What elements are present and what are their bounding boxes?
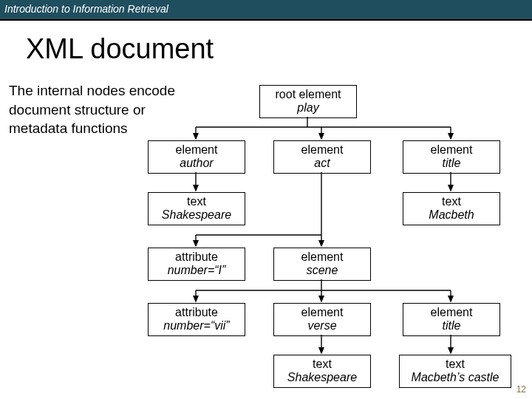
node-macbeth-type: text (403, 195, 499, 208)
node-shake1-type: text (149, 195, 245, 208)
node-attr-vii: attribute number=“vii” (148, 303, 245, 336)
node-title-top: element title (403, 140, 500, 174)
node-act-type: element (274, 143, 370, 157)
slide-title: XML document (26, 33, 214, 65)
node-shakespeare-2: text Shakespeare (273, 355, 371, 388)
node-author-name: author (149, 157, 245, 170)
node-shake1-name: Shakespeare (149, 208, 245, 222)
page-number: 12 (516, 384, 526, 395)
node-castle-type: text (400, 358, 511, 371)
node-title-bot-type: element (403, 306, 499, 319)
node-title-top-type: element (403, 143, 499, 157)
node-author: element author (148, 140, 245, 174)
node-scene-type: element (274, 250, 370, 264)
node-attr-i-type: attribute (149, 250, 245, 264)
node-macbeth-name: Macbeth (403, 208, 499, 222)
node-castle-name: Macbeth’s castle (400, 371, 511, 384)
node-verse-type: element (274, 306, 370, 319)
node-attr-i-name: number=“I” (149, 264, 245, 277)
body-text: The internal nodes encode document struc… (9, 81, 183, 138)
node-title-bot-name: title (403, 319, 499, 332)
node-attr-vii-name: number=“vii” (149, 319, 245, 332)
node-shake2-type: text (274, 358, 370, 371)
node-verse: element verse (273, 303, 371, 336)
node-scene-name: scene (274, 264, 370, 277)
header-course-title: Introduction to Information Retrieval (4, 3, 168, 15)
node-act-name: act (274, 157, 370, 170)
node-title-top-name: title (403, 157, 499, 170)
node-root: root element play (259, 85, 357, 118)
node-root-name: play (260, 101, 356, 115)
node-author-type: element (149, 143, 245, 157)
node-verse-name: verse (274, 319, 370, 332)
node-attr-i: attribute number=“I” (148, 248, 245, 281)
node-attr-vii-type: attribute (149, 306, 245, 319)
node-castle: text Macbeth’s castle (399, 355, 511, 388)
node-title-bot: element title (403, 303, 500, 336)
node-scene: element scene (273, 248, 371, 281)
node-macbeth: text Macbeth (403, 192, 500, 225)
node-shake2-name: Shakespeare (274, 371, 370, 384)
node-shakespeare-1: text Shakespeare (148, 192, 245, 225)
header-rule (0, 19, 532, 21)
node-act: element act (273, 140, 371, 174)
node-root-type: root element (260, 88, 356, 101)
